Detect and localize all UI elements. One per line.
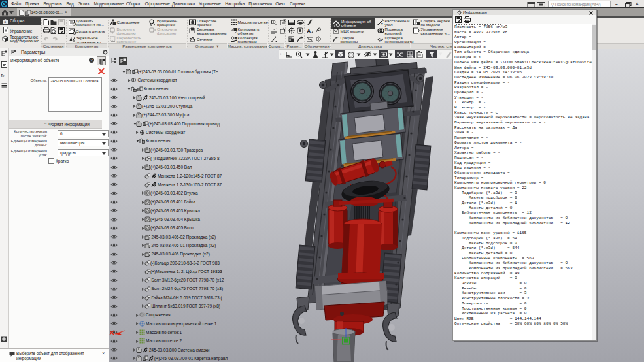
svg-text:a: a: [4, 20, 6, 24]
svg-text:?: ?: [381, 22, 384, 26]
svg-text:?: ?: [379, 39, 381, 42]
svg-text:A: A: [307, 27, 311, 34]
